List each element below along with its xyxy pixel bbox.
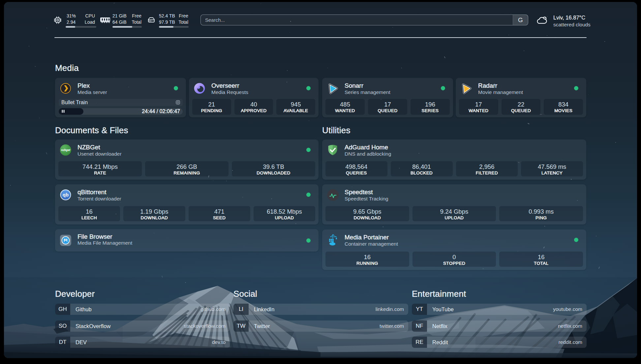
stat-value: 471 <box>214 208 225 215</box>
bookmark-stackoverflow[interactable]: SO StackOverflow stackoverflow.com <box>55 320 230 332</box>
stat-sonarr-series: 196SERIES <box>411 99 450 115</box>
speck <box>429 176 429 176</box>
service-title-overseerr: Overseerr <box>211 82 239 89</box>
disk-progressbar <box>159 26 189 28</box>
stat-label: UPLOAD <box>445 215 464 221</box>
weather-location: Lviv, 16.87°C <box>553 14 606 21</box>
stat-overseerr-approved: 40APPROVED <box>234 99 273 115</box>
stat-label: STOPPED <box>443 260 465 266</box>
disk-widget: 52.4 TBFree 97.9 TBTotal <box>148 13 189 28</box>
service-card-qbittorrent[interactable]: qb qBittorrent Torrent downloader 16LEEC… <box>55 184 319 225</box>
service-subtitle-adguard: DNS and adblocking <box>345 151 391 157</box>
speck <box>482 268 484 269</box>
status-dot-filebrowser <box>306 238 311 243</box>
stat-value: 266 GB <box>176 163 197 170</box>
service-subtitle-plex: Media server <box>77 89 107 95</box>
service-card-overseerr[interactable]: Overseerr Media Requests 21PENDING 40APP… <box>189 78 319 117</box>
bookmark-abbr-netflix: NF <box>412 320 427 332</box>
search-input[interactable] <box>201 17 513 23</box>
stat-radarr-wanted: 17WANTED <box>459 99 498 115</box>
bookmark-github[interactable]: GH Github github.com <box>55 304 230 315</box>
status-dot-nzbget <box>306 148 311 152</box>
service-card-speedtest[interactable]: Speedtest Speedtest Tracking 9.65 GbpsDO… <box>322 184 586 225</box>
speck <box>383 227 383 227</box>
bookmark-netflix[interactable]: NF Netflix netflix.com <box>412 320 587 332</box>
service-title-plex: Plex <box>77 82 90 89</box>
weather-text: Lviv, 16.87°C scattered clouds <box>553 14 606 28</box>
search-bar: G <box>200 15 528 25</box>
service-subtitle-overseerr: Media Requests <box>211 89 248 95</box>
disk-total: 97.9 TB <box>159 19 175 25</box>
status-dot-radarr <box>574 86 578 90</box>
stat-label: WANTED <box>469 108 488 113</box>
section-header-entertainment: Entertainment <box>412 289 466 298</box>
service-card-sonarr[interactable]: Sonarr Series management 485WANTED 17QUE… <box>322 78 453 117</box>
bookmark-url-linkedin: linkedin.com <box>376 304 404 315</box>
service-subtitle-nzbget: Usenet downloader <box>77 151 122 157</box>
resource-line: 21 GiBFree <box>112 13 141 19</box>
bookmark-url-netflix: netflix.com <box>558 320 582 332</box>
bookmark-abbr-twitter: TW <box>233 320 249 332</box>
stat-portainer-stopped: 0STOPPED <box>412 252 496 267</box>
stat-label: FILTERED <box>476 170 498 176</box>
status-dot-sonarr <box>441 86 445 90</box>
stat-value: 9.65 Gbps <box>353 208 381 215</box>
dashboard-screen: 31%CPU 2.94Load 21 GiBFree 64 GiBTotal 5… <box>4 2 637 358</box>
stat-value: 744.21 Mbps <box>82 163 118 170</box>
plex-now-playing-title: Bullet Train <box>59 100 176 106</box>
stat-speedtest-upload: 9.24 GbpsUPLOAD <box>412 206 496 221</box>
service-subtitle-radarr: Movie management <box>478 89 523 95</box>
stat-value: 9.24 Gbps <box>440 208 468 215</box>
stat-value: 1.19 Gbps <box>140 208 168 215</box>
stats-row: 17WANTED 22QUEUED 834MOVIES <box>459 99 583 115</box>
stat-radarr-movies: 834MOVIES <box>544 99 583 115</box>
bookmark-twitter[interactable]: TW Twitter twitter.com <box>233 320 408 332</box>
stat-nzbget-downloaded: 39.6 TBDOWNLOADED <box>232 161 315 176</box>
search-engine-button[interactable]: G <box>513 15 528 25</box>
stat-value: 86,401 <box>412 163 431 170</box>
stat-adguard-blocked: 86,401BLOCKED <box>391 161 453 176</box>
stat-label: DOWNLOAD <box>353 215 381 221</box>
memory-icon <box>100 17 110 23</box>
stat-value: 0 <box>452 254 456 260</box>
memory-progressbar <box>112 26 142 28</box>
svg-text:nzbget: nzbget <box>61 148 71 152</box>
plex-time: 24:44 / 02:06:47 <box>142 108 180 114</box>
section-header-developer: Developer <box>55 289 95 298</box>
cpu-label-2: Load <box>85 19 95 25</box>
status-dot-portainer <box>574 238 578 242</box>
service-card-radarr[interactable]: Radarr Movie management 17WANTED 22QUEUE… <box>456 78 586 117</box>
memory-widget: 21 GiBFree 64 GiBTotal <box>100 13 142 28</box>
cpu-stats-text: 31%CPU 2.94Load <box>67 13 95 25</box>
stat-value: 39.6 TB <box>263 163 284 170</box>
resource-line: 52.4 TBFree <box>159 13 188 19</box>
section-header-media: Media <box>55 64 79 72</box>
stats-row: 9.65 GbpsDOWNLOAD 9.24 GbpsUPLOAD 0.993 … <box>325 206 583 221</box>
bookmark-linkedin[interactable]: LI LinkedIn linkedin.com <box>233 304 408 315</box>
service-card-plex[interactable]: Plex Media server Bullet Train 24:44 / 0… <box>55 78 186 117</box>
stat-value: 17 <box>475 101 482 108</box>
bookmark-dev[interactable]: DT DEV dev.to <box>55 337 230 348</box>
speck <box>494 83 495 84</box>
stat-portainer-total: 16TOTAL <box>499 252 583 267</box>
stat-value: 196 <box>425 101 435 108</box>
topbar-divider <box>54 37 587 38</box>
memory-progress-fill <box>112 26 132 28</box>
bookmark-name-twitter: Twitter <box>254 320 270 332</box>
service-card-nzbget[interactable]: nzbget NZBGet Usenet downloader 744.21 M… <box>55 139 319 180</box>
service-card-filebrowser[interactable]: File Browser Media File Management <box>55 229 319 252</box>
stat-label: QUEUED <box>378 108 397 113</box>
service-card-adguard[interactable]: AdGuard Home DNS and adblocking 498,564Q… <box>322 139 586 180</box>
speck <box>595 235 596 236</box>
stat-label: AVAILABLE <box>284 108 308 113</box>
service-card-portainer[interactable]: Media Portainer Container management 16R… <box>322 229 586 270</box>
section-header-utilities: Utilities <box>322 126 351 135</box>
stat-radarr-queued: 22QUEUED <box>502 99 541 115</box>
stat-value: 498,564 <box>345 163 367 170</box>
bookmark-youtube[interactable]: YT YouTube youtube.com <box>412 304 587 315</box>
bookmark-reddit[interactable]: RE Reddit reddit.com <box>412 337 587 348</box>
status-dot-plex <box>174 86 178 90</box>
stat-value: 485 <box>340 101 350 108</box>
speck <box>381 99 382 100</box>
cast-icon <box>176 100 180 105</box>
